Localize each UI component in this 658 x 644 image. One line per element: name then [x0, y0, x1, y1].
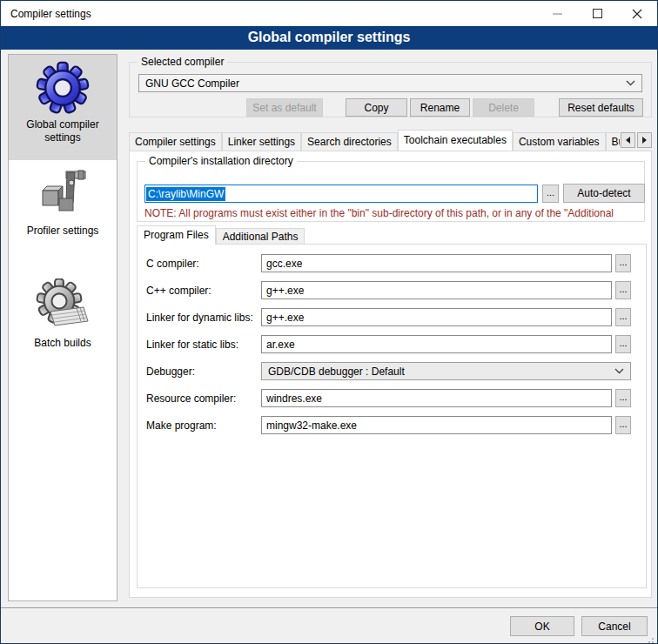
field-row-c-compiler: C compiler:... — [138, 254, 646, 274]
sidebar-item-batch-builds[interactable]: Batch builds — [9, 256, 117, 350]
browse-button[interactable]: ... — [615, 281, 631, 299]
select-value: GDB/CDB debugger : Default — [268, 366, 614, 378]
selected-compiler-value: GNU GCC Compiler — [145, 77, 626, 90]
minimize-button[interactable] — [537, 1, 577, 26]
auto-detect-button[interactable]: Auto-detect — [563, 184, 645, 203]
sidebar-item-profiler-settings[interactable]: Profiler settings — [9, 160, 117, 256]
selected-compiler-group: Selected compiler GNU GCC Compiler Set a… — [129, 62, 652, 117]
arrow-right-icon — [642, 137, 647, 144]
tab-build-options[interactable]: Build options — [606, 132, 620, 151]
program-files-page: C compiler:...C++ compiler:...Linker for… — [137, 244, 647, 588]
tab-search-directories[interactable]: Search directories — [301, 132, 398, 151]
install-dir-browse-button[interactable]: ... — [542, 184, 559, 203]
minimize-icon — [553, 13, 562, 15]
maximize-button[interactable] — [577, 1, 617, 26]
close-icon — [632, 9, 642, 19]
compiler-buttons-row: Set as defaultCopyRenameDeleteReset defa… — [246, 98, 643, 117]
install-dir-selected-text: C:\raylib\MinGW — [146, 187, 225, 201]
browse-button[interactable]: ... — [615, 416, 631, 434]
tabs-row: Compiler settingsLinker settingsSearch d… — [129, 130, 652, 151]
field-label: Resource compiler: — [146, 392, 236, 405]
field-label: Linker for dynamic libs: — [146, 312, 253, 324]
arrow-left-icon — [626, 137, 630, 144]
batch-builds-gear-icon — [35, 278, 91, 334]
c-compiler-input[interactable] — [261, 254, 612, 272]
toolchain-executables-page: Compiler's installation directory C:\ray… — [129, 151, 652, 598]
tab-scroll-right-button[interactable] — [637, 132, 652, 148]
page-title: Global compiler settings — [1, 26, 657, 50]
chevron-down-icon — [626, 80, 635, 86]
install-dir-group: Compiler's installation directory C:\ray… — [137, 161, 645, 222]
window-title: Compiler settings — [1, 8, 91, 20]
subtabs-row: Program FilesAdditional Paths — [137, 225, 305, 245]
browse-button[interactable]: ... — [615, 308, 631, 326]
field-label: C compiler: — [146, 258, 199, 270]
cancel-button[interactable]: Cancel — [581, 616, 648, 636]
ok-button[interactable]: OK — [510, 616, 574, 636]
footer-divider — [1, 607, 658, 609]
field-label: Linker for static libs: — [146, 339, 238, 351]
field-row-resource-compiler: Resource compiler:... — [138, 389, 646, 409]
linker-for-dynamic-libs-input[interactable] — [261, 308, 612, 326]
sidebar: Global compiler settingsProfiler setting… — [8, 54, 118, 601]
sidebar-item-global-compiler-settings[interactable]: Global compiler settings — [9, 55, 117, 160]
make-program-input[interactable] — [261, 416, 612, 434]
field-row-make-program: Make program:... — [138, 416, 646, 436]
close-button[interactable] — [617, 1, 657, 26]
subtab-additional-paths[interactable]: Additional Paths — [216, 228, 306, 245]
maximize-icon — [593, 9, 602, 18]
field-label: Debugger: — [146, 366, 195, 378]
tab-scroll-left-button[interactable] — [621, 132, 635, 148]
tab-strip: Compiler settingsLinker settingsSearch d… — [129, 130, 620, 151]
install-dir-input[interactable]: C:\raylib\MinGW — [144, 184, 538, 203]
sidebar-item-label: Profiler settings — [9, 225, 117, 238]
profiler-caliper-icon — [35, 166, 91, 222]
sidebar-item-label: Batch builds — [9, 337, 117, 350]
rename-button[interactable]: Rename — [410, 98, 470, 117]
debugger-select[interactable]: GDB/CDB debugger : Default — [261, 362, 631, 380]
browse-button[interactable]: ... — [615, 254, 631, 272]
field-row-debugger: Debugger:GDB/CDB debugger : Default — [138, 362, 646, 382]
tab-linker-settings[interactable]: Linker settings — [222, 132, 301, 151]
sidebar-item-label: Global compiler settings — [9, 118, 117, 144]
linker-for-static-libs-input[interactable] — [261, 335, 612, 353]
reset-defaults-button[interactable]: Reset defaults — [559, 98, 643, 117]
field-row-linker-for-static-libs: Linker for static libs:... — [138, 335, 646, 355]
compiler-settings-dialog: Compiler settings Global compiler settin… — [0, 0, 658, 644]
field-label: Make program: — [146, 419, 217, 432]
field-row-linker-for-dynamic-libs: Linker for dynamic libs:... — [138, 308, 646, 328]
tab-compiler-settings[interactable]: Compiler settings — [129, 132, 222, 151]
field-label: C++ compiler: — [146, 285, 212, 297]
tab-custom-variables[interactable]: Custom variables — [513, 132, 606, 151]
selected-compiler-select[interactable]: GNU GCC Compiler — [138, 74, 642, 92]
selected-compiler-group-label: Selected compiler — [138, 56, 227, 68]
resource-compiler-input[interactable] — [261, 389, 612, 407]
browse-button[interactable]: ... — [615, 389, 631, 407]
titlebar: Compiler settings — [1, 1, 657, 26]
tab-scroll-arrows — [621, 132, 652, 148]
tab-toolchain-executables[interactable]: Toolchain executables — [398, 130, 513, 151]
gear-blue-icon — [35, 60, 91, 116]
c-compiler-input[interactable] — [261, 281, 612, 299]
field-row-c-compiler: C++ compiler:... — [138, 281, 646, 301]
resize-grip[interactable] — [652, 638, 654, 640]
copy-button[interactable]: Copy — [346, 98, 407, 117]
chevron-down-icon — [614, 368, 624, 374]
browse-button[interactable]: ... — [615, 335, 631, 353]
install-dir-note: NOTE: All programs must exist either in … — [144, 207, 642, 219]
install-dir-group-label: Compiler's installation directory — [145, 155, 297, 167]
set-as-default-button: Set as default — [246, 98, 323, 117]
subtab-program-files[interactable]: Program Files — [137, 225, 216, 245]
caption-buttons — [537, 1, 657, 26]
delete-button: Delete — [473, 98, 534, 117]
